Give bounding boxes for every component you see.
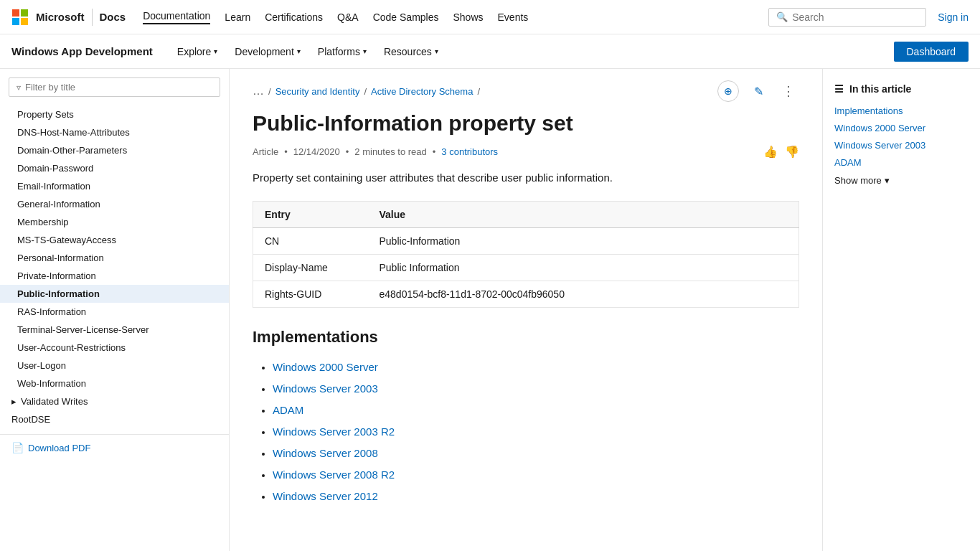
implementations-title: Implementations xyxy=(253,328,799,347)
table-cell-rightsguid-label: Rights-GUID xyxy=(253,281,368,307)
nav-code-samples[interactable]: Code Samples xyxy=(373,11,439,23)
breadcrumb-active-directory-link[interactable]: Active Directory Schema xyxy=(371,86,473,97)
impl-link-2[interactable]: ADAM xyxy=(273,404,303,416)
toc-list-item: ADAM xyxy=(834,156,969,168)
sidebar-item-membership[interactable]: Membership xyxy=(0,213,229,231)
meta-bullet-2: • xyxy=(346,146,349,157)
filter-box[interactable]: ▿ xyxy=(9,77,220,97)
toc-list-item: Windows Server 2003 xyxy=(834,139,969,151)
meta-date: 12/14/2020 xyxy=(293,146,340,157)
nav-shows[interactable]: Shows xyxy=(453,11,484,23)
nav-explore[interactable]: Explore ▾ xyxy=(170,43,225,60)
impl-link-4[interactable]: Windows Server 2008 xyxy=(273,447,378,459)
edit-button[interactable]: ✎ xyxy=(748,80,769,102)
list-item: Windows Server 2008 xyxy=(273,443,799,464)
sidebar-item-personal-info[interactable]: Personal-Information xyxy=(0,249,229,267)
sidebar-item-property-sets[interactable]: Property Sets xyxy=(0,105,229,123)
toc-link-implementations[interactable]: Implementations xyxy=(834,105,903,116)
nav-documentation[interactable]: Documentation xyxy=(143,10,210,24)
top-nav: Microsoft Docs Documentation Learn Certi… xyxy=(0,0,980,34)
brand-microsoft-label: Microsoft xyxy=(36,11,85,23)
svg-rect-3 xyxy=(21,18,28,25)
meta-bullet-3: • xyxy=(433,146,436,157)
toc-list: Implementations Windows 2000 Server Wind… xyxy=(834,105,969,168)
impl-link-0[interactable]: Windows 2000 Server xyxy=(273,361,378,373)
more-options-button[interactable]: ⋮ xyxy=(778,80,799,102)
sidebar-item-email-info[interactable]: Email-Information xyxy=(0,177,229,195)
impl-link-1[interactable]: Windows Server 2003 xyxy=(273,382,378,395)
nav-platforms[interactable]: Platforms ▾ xyxy=(311,43,374,60)
download-pdf[interactable]: 📄 Download PDF xyxy=(0,434,229,461)
thumbs-up-button[interactable]: 👍 xyxy=(763,145,778,159)
table-cell-rightsguid-value: e48d0154-bcf8-11d1-8702-00c04fb96050 xyxy=(368,281,799,307)
contributors-link[interactable]: 3 contributors xyxy=(441,146,498,157)
impl-link-6[interactable]: Windows Server 2012 xyxy=(273,490,378,502)
nav-learn[interactable]: Learn xyxy=(225,11,250,23)
toc-panel: ☰ In this article Implementations Window… xyxy=(822,69,980,551)
article-meta: Article • 12/14/2020 • 2 minutes to read… xyxy=(253,145,799,159)
toc-link-win2000[interactable]: Windows 2000 Server xyxy=(834,123,925,133)
breadcrumb-sep-3: / xyxy=(477,86,480,97)
add-feedback-button[interactable]: ⊕ xyxy=(717,80,739,102)
second-nav: Windows App Development Explore ▾ Develo… xyxy=(0,34,980,69)
table-row: Display-Name Public Information xyxy=(253,254,799,281)
breadcrumb-security-link[interactable]: Security and Identity xyxy=(275,86,360,97)
filter-input[interactable] xyxy=(25,82,212,93)
thumbs-down-button[interactable]: 👎 xyxy=(785,145,799,159)
signin-link[interactable]: Sign in xyxy=(938,11,969,23)
list-item: Windows Server 2008 R2 xyxy=(273,464,799,486)
toc-list-item: Implementations xyxy=(834,105,969,116)
sidebar-item-terminal-server[interactable]: Terminal-Server-License-Server xyxy=(0,321,229,339)
table-cell-displayname-value: Public Information xyxy=(368,254,799,281)
toc-header: ☰ In this article xyxy=(834,83,969,95)
breadcrumb-dots-button[interactable]: … xyxy=(253,85,264,98)
toc-link-win2003[interactable]: Windows Server 2003 xyxy=(834,140,925,151)
sidebar-item-dns-host-name[interactable]: DNS-Host-Name-Attributes xyxy=(0,123,229,141)
sidebar-item-private-info[interactable]: Private-Information xyxy=(0,267,229,285)
nav-development[interactable]: Development ▾ xyxy=(227,43,308,60)
search-box[interactable]: 🔍 xyxy=(768,8,926,27)
show-more-label: Show more xyxy=(834,175,882,186)
nav-resources[interactable]: Resources ▾ xyxy=(377,43,446,60)
info-table: Entry Value CN Public-Information Displa… xyxy=(253,201,799,308)
brand-docs-label[interactable]: Docs xyxy=(100,11,126,23)
filter-icon: ▿ xyxy=(17,83,21,93)
dashboard-button[interactable]: Dashboard xyxy=(894,42,969,62)
top-nav-links: Documentation Learn Certifications Q&A C… xyxy=(143,10,751,24)
sidebar-item-rootdse[interactable]: RootDSE xyxy=(0,410,229,428)
toc-header-icon: ☰ xyxy=(834,83,844,95)
table-row: Rights-GUID e48d0154-bcf8-11d1-8702-00c0… xyxy=(253,281,799,307)
second-nav-links: Explore ▾ Development ▾ Platforms ▾ Reso… xyxy=(170,43,446,60)
nav-certifications[interactable]: Certifications xyxy=(265,11,323,23)
meta-type: Article xyxy=(253,146,278,157)
search-input[interactable] xyxy=(792,11,918,23)
show-more-button[interactable]: Show more ▾ xyxy=(834,175,890,186)
sidebar-item-user-account[interactable]: User-Account-Restrictions xyxy=(0,339,229,357)
sidebar-item-validated-writes[interactable]: ▸ Validated Writes xyxy=(0,392,229,410)
list-item: Windows 2000 Server xyxy=(273,357,799,378)
nav-qa[interactable]: Q&A xyxy=(337,11,359,23)
explore-chevron-icon: ▾ xyxy=(214,47,217,55)
download-pdf-icon: 📄 xyxy=(11,442,24,453)
toc-link-adam[interactable]: ADAM xyxy=(834,157,862,168)
microsoft-logo-icon xyxy=(11,9,29,26)
table-cell-cn-label: CN xyxy=(253,227,368,254)
development-chevron-icon: ▾ xyxy=(297,47,301,55)
table-cell-cn-value: Public-Information xyxy=(368,227,799,254)
nav-divider xyxy=(92,9,93,26)
platforms-chevron-icon: ▾ xyxy=(363,47,367,55)
sidebar-item-user-logon[interactable]: User-Logon xyxy=(0,357,229,375)
sidebar-item-public-info[interactable]: Public-Information xyxy=(0,285,229,303)
svg-rect-2 xyxy=(12,18,19,25)
sidebar-item-web-info[interactable]: Web-Information xyxy=(0,375,229,392)
sidebar-item-ms-ts-gateway[interactable]: MS-TS-GatewayAccess xyxy=(0,231,229,249)
nav-events[interactable]: Events xyxy=(498,11,529,23)
show-more-chevron-icon: ▾ xyxy=(885,175,890,186)
sidebar-item-ras-info[interactable]: RAS-Information xyxy=(0,303,229,321)
impl-link-3[interactable]: Windows Server 2003 R2 xyxy=(273,425,395,438)
impl-link-5[interactable]: Windows Server 2008 R2 xyxy=(273,468,395,481)
sidebar-item-domain-other[interactable]: Domain-Other-Parameters xyxy=(0,141,229,159)
sidebar-item-domain-password[interactable]: Domain-Password xyxy=(0,159,229,177)
sidebar-item-general-info[interactable]: General-Information xyxy=(0,195,229,213)
list-item: ADAM xyxy=(273,400,799,421)
